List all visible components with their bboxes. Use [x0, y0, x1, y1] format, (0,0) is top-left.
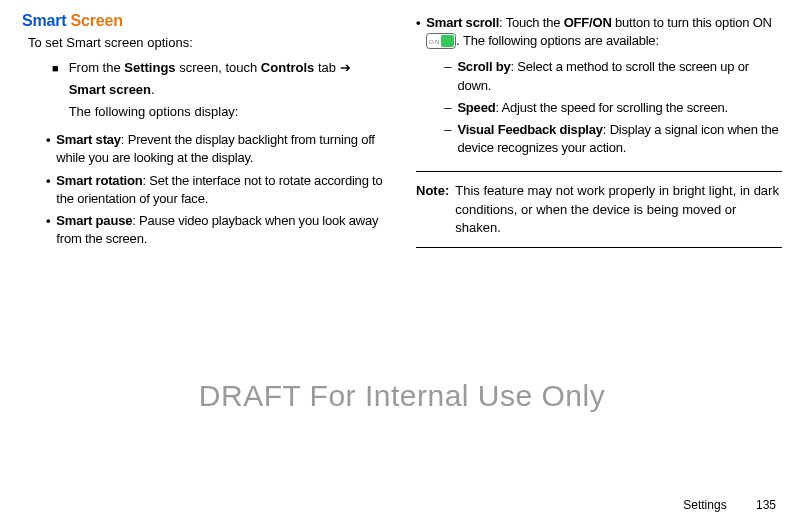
options-list-left: • Smart stay: Prevent the display backli…	[46, 131, 388, 248]
step-line-1: From the Settings screen, touch Controls…	[69, 59, 388, 77]
sub-options: – Scroll by: Select a method to scroll t…	[444, 58, 782, 157]
list-item: – Scroll by: Select a method to scroll t…	[444, 58, 782, 94]
list-item: • Smart stay: Prevent the display backli…	[46, 131, 388, 167]
step-line-3: The following options display:	[69, 103, 388, 121]
section-heading: Smart Screen	[22, 10, 388, 32]
divider	[416, 171, 782, 172]
note-label: Note:	[416, 182, 449, 237]
right-column: • Smart scroll: Touch the OFF/ON button …	[416, 10, 782, 258]
columns: Smart Screen To set Smart screen options…	[22, 10, 782, 258]
list-item: • Smart rotation: Set the interface not …	[46, 172, 388, 208]
watermark: DRAFT For Internal Use Only	[0, 375, 804, 417]
heading-word-1: Smart	[22, 12, 66, 29]
heading-word-2: Screen	[71, 12, 123, 29]
svg-rect-1	[441, 35, 454, 47]
dash-icon: –	[444, 99, 451, 117]
intro-text: To set Smart screen options:	[28, 34, 388, 52]
divider	[416, 247, 782, 248]
list-item: – Speed: Adjust the speed for scrolling …	[444, 99, 782, 117]
step-1: ■ From the Settings screen, touch Contro…	[52, 59, 388, 126]
dash-icon: –	[444, 121, 451, 157]
bullet-icon: •	[46, 212, 50, 248]
dash-icon: –	[444, 58, 451, 94]
list-item: – Visual Feedback display: Display a sig…	[444, 121, 782, 157]
bullet-icon: •	[46, 131, 50, 167]
left-column: Smart Screen To set Smart screen options…	[22, 10, 388, 258]
footer-section: Settings	[683, 497, 726, 514]
svg-text:O N: O N	[429, 39, 439, 45]
square-bullet-icon: ■	[52, 61, 59, 126]
list-item: • Smart scroll: Touch the OFF/ON button …	[416, 14, 782, 161]
list-item: • Smart pause: Pause video playback when…	[46, 212, 388, 248]
footer-page-number: 135	[756, 498, 776, 512]
bullet-icon: •	[46, 172, 50, 208]
toggle-on-icon: O N	[426, 33, 456, 54]
step-line-2: Smart screen.	[69, 81, 388, 99]
note-body: This feature may not work properly in br…	[455, 182, 782, 237]
page-footer: Settings 135	[683, 497, 776, 514]
page: Smart Screen To set Smart screen options…	[0, 0, 804, 528]
options-list-right: • Smart scroll: Touch the OFF/ON button …	[416, 14, 782, 161]
note: Note: This feature may not work properly…	[416, 182, 782, 237]
bullet-icon: •	[416, 14, 420, 161]
